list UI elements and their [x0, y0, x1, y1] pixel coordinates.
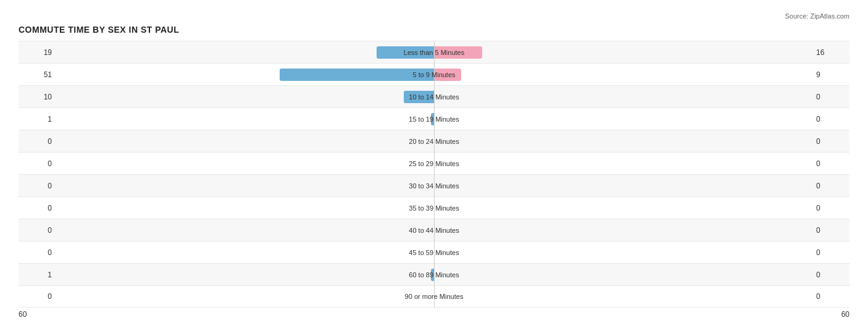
row-label: 10 to 14 Minutes [409, 93, 459, 101]
male-value: 10 [19, 93, 56, 101]
bars-container: 90 or more Minutes [56, 285, 812, 308]
chart-title: COMMUTE TIME BY SEX IN ST PAUL [19, 25, 849, 35]
male-value: 1 [19, 271, 56, 279]
male-bar [280, 69, 434, 81]
bars-container: 45 to 59 Minutes [56, 241, 812, 264]
chart-row: 040 to 44 Minutes0 [19, 219, 849, 241]
female-value: 0 [812, 182, 849, 190]
row-label: 15 to 19 Minutes [409, 115, 459, 123]
bars-container: 10 to 14 Minutes [56, 86, 812, 108]
male-value: 0 [19, 159, 56, 168]
row-label: 45 to 59 Minutes [409, 249, 459, 256]
chart-row: 160 to 89 Minutes0 [19, 263, 849, 285]
bars-container: 15 to 19 Minutes [56, 108, 812, 130]
female-value: 0 [812, 93, 849, 101]
male-value: 0 [19, 248, 56, 257]
female-value: 0 [812, 248, 849, 257]
male-value: 19 [19, 48, 56, 57]
bars-container: 20 to 24 Minutes [56, 130, 812, 153]
chart-row: 020 to 24 Minutes0 [19, 130, 849, 152]
axis-labels: 60 60 [19, 310, 849, 319]
bars-container: 5 to 9 Minutes [56, 64, 812, 86]
male-value: 0 [19, 292, 56, 301]
row-label: 90 or more Minutes [405, 293, 464, 300]
chart-row: 025 to 29 Minutes0 [19, 152, 849, 174]
row-label: 5 to 9 Minutes [412, 71, 455, 78]
source-label: Source: ZipAtlas.com [19, 12, 849, 20]
chart-row: 115 to 19 Minutes0 [19, 107, 849, 130]
female-value: 0 [812, 159, 849, 168]
female-value: 0 [812, 204, 849, 212]
axis-right-label: 60 [841, 310, 849, 319]
row-label: 35 to 39 Minutes [409, 204, 459, 212]
male-value: 0 [19, 137, 56, 146]
male-value: 0 [19, 204, 56, 212]
row-label: 25 to 29 Minutes [409, 160, 459, 167]
bars-container: 40 to 44 Minutes [56, 219, 812, 241]
female-value: 0 [812, 226, 849, 235]
female-value: 0 [812, 292, 849, 301]
male-value: 0 [19, 182, 56, 190]
bars-container: 60 to 89 Minutes [56, 264, 812, 286]
female-value: 0 [812, 271, 849, 279]
female-value: 0 [812, 137, 849, 146]
bars-container: Less than 5 Minutes [56, 41, 812, 64]
row-label: 30 to 34 Minutes [409, 182, 459, 190]
male-value: 0 [19, 226, 56, 235]
chart-row: 035 to 39 Minutes0 [19, 196, 849, 219]
chart-area: 19Less than 5 Minutes16515 to 9 Minutes9… [19, 41, 849, 308]
chart-row: 045 to 59 Minutes0 [19, 241, 849, 263]
row-label: 20 to 24 Minutes [409, 138, 459, 145]
row-label: 40 to 44 Minutes [409, 227, 459, 234]
chart-row: 090 or more Minutes0 [19, 285, 849, 308]
bars-container: 25 to 29 Minutes [56, 153, 812, 175]
male-value: 51 [19, 70, 56, 79]
female-value: 9 [812, 70, 849, 79]
bars-container: 35 to 39 Minutes [56, 197, 812, 219]
chart-row: 515 to 9 Minutes9 [19, 63, 849, 85]
female-value: 0 [812, 115, 849, 124]
female-value: 16 [812, 48, 849, 57]
row-label: 60 to 89 Minutes [409, 271, 459, 279]
chart-row: 1010 to 14 Minutes0 [19, 85, 849, 107]
male-value: 1 [19, 115, 56, 124]
row-label: Less than 5 Minutes [404, 49, 464, 56]
bars-container: 30 to 34 Minutes [56, 175, 812, 197]
chart-row: 030 to 34 Minutes0 [19, 174, 849, 196]
axis-left-label: 60 [19, 310, 27, 319]
chart-row: 19Less than 5 Minutes16 [19, 41, 849, 63]
